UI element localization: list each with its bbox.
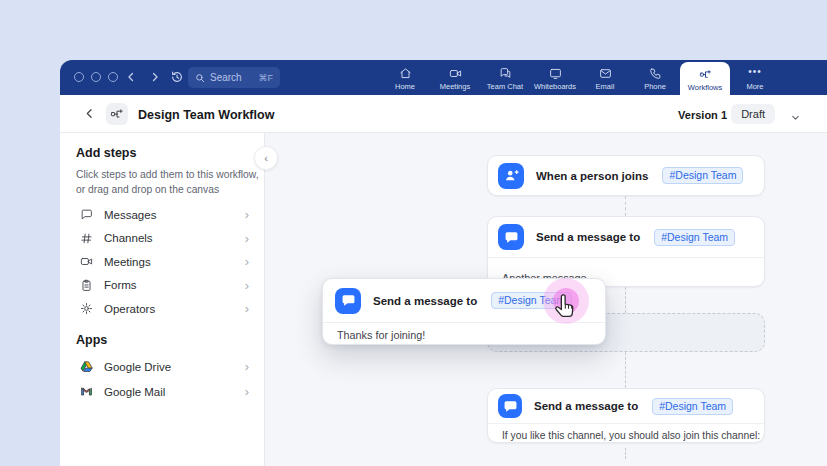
home-icon: [399, 67, 412, 80]
hash-icon: [80, 232, 93, 245]
window-minimize-button[interactable]: [91, 72, 101, 82]
sidebar-item-google-drive[interactable]: Google Drive ›: [60, 354, 263, 379]
tab-workflows[interactable]: Workflows: [680, 62, 730, 95]
chat-filled-icon: [498, 394, 522, 418]
sidebar-heading: Add steps: [76, 146, 136, 160]
tab-email[interactable]: Email: [580, 60, 630, 95]
chevron-right-icon: ›: [245, 279, 249, 292]
video-camera-icon: [449, 67, 462, 80]
window-close-button[interactable]: [74, 72, 84, 82]
tab-home[interactable]: Home: [380, 60, 430, 95]
ellipsis-icon: •••: [748, 67, 762, 80]
connector-line: [625, 196, 626, 216]
sidebar-item-meetings[interactable]: Meetings ›: [60, 250, 263, 274]
workflow-icon: [699, 68, 712, 81]
window-zoom-button[interactable]: [108, 72, 118, 82]
chat-filled-icon: [498, 224, 524, 250]
chevron-right-icon: ›: [245, 255, 249, 268]
chevron-right-icon: ›: [245, 385, 249, 398]
back-button[interactable]: [124, 70, 138, 84]
connector-line: [625, 448, 626, 459]
sidebar-item-messages[interactable]: Messages ›: [60, 203, 263, 227]
sidebar-item-operators[interactable]: Operators ›: [60, 297, 263, 321]
workflow-icon: [106, 103, 128, 125]
chevron-down-icon[interactable]: [790, 109, 801, 120]
tab-more[interactable]: ••• More: [730, 60, 780, 95]
phone-icon: [649, 67, 662, 80]
chat-filled-icon: [335, 288, 361, 314]
page-title: Design Team Workflow: [138, 108, 274, 122]
tab-meetings[interactable]: Meetings: [430, 60, 480, 95]
workflow-trigger-card[interactable]: When a person joins #Design Team: [487, 155, 765, 196]
trigger-text: When a person joins: [536, 170, 648, 182]
apps-list: Google Drive › Google Mail ›: [60, 354, 263, 404]
sidebar-description: Click steps to add them to this workflow…: [76, 168, 260, 198]
google-drive-icon: [80, 360, 93, 373]
forward-button[interactable]: [148, 70, 162, 84]
hand-cursor-icon: [552, 291, 582, 323]
tab-team-chat[interactable]: Team Chat: [480, 60, 530, 95]
envelope-icon: [599, 67, 612, 80]
sidebar-item-channels[interactable]: Channels ›: [60, 227, 263, 251]
channel-pill[interactable]: #Design Team: [654, 229, 735, 246]
workflow-step-card[interactable]: Send a message to #Design Team If you li…: [487, 388, 765, 443]
whiteboard-icon: [549, 67, 562, 80]
connector-line: [625, 352, 626, 388]
tab-phone[interactable]: Phone: [630, 60, 680, 95]
chevron-right-icon: ›: [245, 208, 249, 221]
window-controls[interactable]: [74, 72, 118, 82]
person-add-icon: [498, 163, 524, 189]
clipboard-icon: [80, 279, 93, 292]
message-body-text: If you like this channel, you should als…: [488, 424, 764, 441]
connector-line: [625, 287, 626, 313]
sidebar-item-google-mail[interactable]: Google Mail ›: [60, 379, 263, 404]
sidebar-collapse-button[interactable]: ‹: [254, 146, 278, 170]
gmail-icon: [80, 385, 93, 398]
back-to-workflows-button[interactable]: [82, 106, 97, 121]
add-steps-sidebar: Add steps Click steps to add them to thi…: [60, 133, 265, 466]
workflow-header: Design Team Workflow Version 1 Draft: [60, 95, 827, 133]
chevron-right-icon: ›: [245, 302, 249, 315]
channel-pill[interactable]: #Design Team: [652, 398, 733, 415]
video-camera-icon: [80, 255, 93, 268]
gear-icon: [80, 302, 93, 315]
steps-list: Messages › Channels › Meetings › Forms ›…: [60, 203, 263, 321]
history-icon[interactable]: [170, 70, 184, 84]
search-placeholder: Search: [210, 72, 242, 83]
search-shortcut: ⌘F: [259, 73, 274, 83]
search-icon: [195, 73, 205, 83]
status-badge[interactable]: Draft: [731, 104, 775, 124]
message-body-text: Thanks for joining!: [323, 323, 605, 341]
apps-heading: Apps: [76, 333, 107, 347]
chat-bubbles-icon: [499, 67, 512, 80]
workflow-step-card[interactable]: Send a message to #Design Team Another m…: [487, 216, 765, 287]
main-nav: Home Meetings Team Chat Whiteboards Emai…: [380, 60, 780, 95]
workflow-editor: Add steps Click steps to add them to thi…: [60, 133, 827, 466]
chevron-right-icon: ›: [245, 232, 249, 245]
sidebar-item-forms[interactable]: Forms ›: [60, 274, 263, 298]
window-titlebar: Search ⌘F Home Meetings Team Chat Whiteb…: [60, 60, 827, 95]
tab-whiteboards[interactable]: Whiteboards: [530, 60, 580, 95]
search-input[interactable]: Search ⌘F: [188, 67, 280, 88]
channel-pill[interactable]: #Design Team: [662, 167, 743, 184]
chevron-right-icon: ›: [245, 360, 249, 373]
version-label: Version 1: [678, 109, 727, 121]
chat-bubble-icon: [80, 208, 93, 221]
